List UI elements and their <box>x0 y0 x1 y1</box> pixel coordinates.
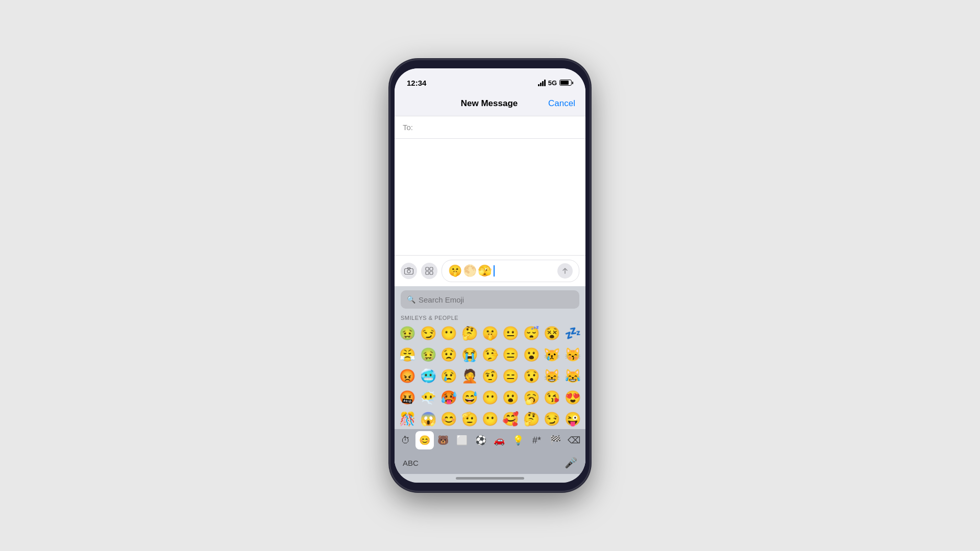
travel-emoji-button[interactable]: 🚗 <box>490 431 508 449</box>
list-item[interactable]: 🤢 <box>418 344 437 365</box>
message-text-input[interactable]: 🤫 🌕 🫣 <box>442 260 579 282</box>
search-placeholder-text: Search Emoji <box>419 295 464 304</box>
list-item[interactable]: 😮 <box>501 387 520 408</box>
emoji-search-bar: 🔍 Search Emoji <box>395 286 585 313</box>
network-type-label: 5G <box>548 79 557 87</box>
list-item[interactable]: 😢 <box>439 366 458 386</box>
smiley-emoji-button[interactable]: 😊 <box>415 431 434 449</box>
list-item[interactable]: 😑 <box>501 344 520 365</box>
list-item[interactable]: 🤔 <box>459 323 479 343</box>
text-cursor <box>494 265 495 277</box>
list-item[interactable]: 🤬 <box>398 387 417 408</box>
messages-header: New Message Cancel <box>395 91 585 116</box>
list-item[interactable]: 😿 <box>542 344 561 365</box>
list-item[interactable]: 🤨 <box>480 366 500 386</box>
recent-emoji-button[interactable]: ⏱ <box>397 431 415 449</box>
list-item[interactable]: 😶 <box>439 323 458 343</box>
emoji-grid: 🤢 😏 😶 🤔 🤫 😐 😴 😵 💤 😤 🤢 😟 😭 🤥 😑 😮 😿 😽 <box>395 323 585 429</box>
list-item[interactable]: 🥵 <box>439 387 458 408</box>
battery-icon <box>559 80 573 86</box>
emoji-search-input[interactable]: 🔍 Search Emoji <box>401 290 579 309</box>
list-item[interactable]: 🤫 <box>480 323 500 343</box>
list-item[interactable]: 🤢 <box>398 323 417 343</box>
status-time: 12:34 <box>407 79 426 87</box>
phone-device: 12:34 5G New Message <box>390 60 590 491</box>
list-item[interactable]: 🤦 <box>459 366 479 386</box>
svg-rect-4 <box>430 267 433 270</box>
message-body <box>395 139 585 255</box>
list-item[interactable]: 😑 <box>501 366 520 386</box>
list-item[interactable]: 🫡 <box>459 409 479 429</box>
list-item[interactable]: 😴 <box>522 323 541 343</box>
abc-label[interactable]: ABC <box>403 459 419 467</box>
list-item[interactable]: 😏 <box>418 323 437 343</box>
list-item[interactable]: 😶 <box>480 409 500 429</box>
to-field[interactable]: To: <box>395 116 585 139</box>
svg-rect-3 <box>426 267 429 270</box>
list-item[interactable]: 😅 <box>459 387 479 408</box>
list-item[interactable]: 😘 <box>542 387 561 408</box>
cancel-button[interactable]: Cancel <box>548 98 575 109</box>
list-item[interactable]: 😸 <box>542 366 561 386</box>
svg-rect-6 <box>430 271 433 274</box>
list-item[interactable]: 😽 <box>563 344 582 365</box>
page-title: New Message <box>430 98 548 109</box>
message-emoji-content: 🤫 🌕 🫣 <box>448 264 492 278</box>
list-item[interactable]: 💤 <box>563 323 582 343</box>
phone-screen: 12:34 5G New Message <box>395 68 585 483</box>
list-item[interactable]: 😐 <box>501 323 520 343</box>
list-item[interactable]: 🥰 <box>501 409 520 429</box>
food-emoji-button[interactable]: ⬜ <box>453 431 471 449</box>
activities-emoji-button[interactable]: ⚽ <box>472 431 490 449</box>
list-item[interactable]: 😟 <box>439 344 458 365</box>
status-bar: 12:34 5G <box>395 68 585 91</box>
list-item[interactable]: 😵 <box>542 323 561 343</box>
objects-emoji-button[interactable]: 💡 <box>509 431 527 449</box>
list-item[interactable]: 🤥 <box>480 344 500 365</box>
svg-point-1 <box>407 270 410 273</box>
apps-button[interactable] <box>421 263 437 279</box>
emoji-1: 🤫 <box>448 264 462 278</box>
to-label: To: <box>403 123 413 132</box>
list-item[interactable]: 🥶 <box>418 366 437 386</box>
input-bar: 🤫 🌕 🫣 <box>395 255 585 286</box>
list-item[interactable]: 😍 <box>563 387 582 408</box>
list-item[interactable]: 😤 <box>398 344 417 365</box>
emoji-keyboard: 🔍 Search Emoji SMILEYS & PEOPLE 🤢 😏 😶 🤔 … <box>395 286 585 483</box>
list-item[interactable]: 😶‍🌫️ <box>418 387 437 408</box>
keyboard-bottom-row: ABC 🎤 <box>395 452 585 474</box>
camera-button[interactable] <box>401 263 417 279</box>
list-item[interactable]: 😭 <box>459 344 479 365</box>
list-item[interactable]: 😡 <box>398 366 417 386</box>
emoji-2: 🌕 <box>463 264 477 278</box>
emoji-category-label: SMILEYS & PEOPLE <box>395 313 585 323</box>
recipient-input[interactable] <box>417 123 577 132</box>
list-item[interactable]: 🤔 <box>522 409 541 429</box>
animals-emoji-button[interactable]: 🐻 <box>434 431 452 449</box>
list-item[interactable]: 😯 <box>522 366 541 386</box>
svg-rect-5 <box>426 271 429 274</box>
backspace-button[interactable]: ⌫ <box>565 431 583 449</box>
status-icons: 5G <box>538 79 573 87</box>
flags-emoji-button[interactable]: 🏁 <box>546 431 565 449</box>
list-item[interactable]: 😊 <box>439 409 458 429</box>
search-icon: 🔍 <box>407 295 415 304</box>
list-item[interactable]: 🥱 <box>522 387 541 408</box>
list-item[interactable]: 😶 <box>480 387 500 408</box>
list-item[interactable]: 😮 <box>522 344 541 365</box>
list-item[interactable]: 😹 <box>563 366 582 386</box>
list-item[interactable]: 🎊 <box>398 409 417 429</box>
keyboard-category-bar: ⏱ 😊 🐻 ⬜ ⚽ 🚗 💡 #* 🏁 ⌫ <box>395 429 585 452</box>
symbols-emoji-button[interactable]: #* <box>527 431 546 449</box>
list-item[interactable]: 😱 <box>418 409 437 429</box>
list-item[interactable]: 😜 <box>563 409 582 429</box>
emoji-3: 🫣 <box>478 264 492 278</box>
signal-bars-icon <box>538 80 546 86</box>
send-button[interactable] <box>557 263 573 279</box>
list-item[interactable]: 😏 <box>542 409 561 429</box>
microphone-icon[interactable]: 🎤 <box>565 457 577 469</box>
home-indicator <box>456 477 524 480</box>
svg-rect-0 <box>405 269 413 274</box>
